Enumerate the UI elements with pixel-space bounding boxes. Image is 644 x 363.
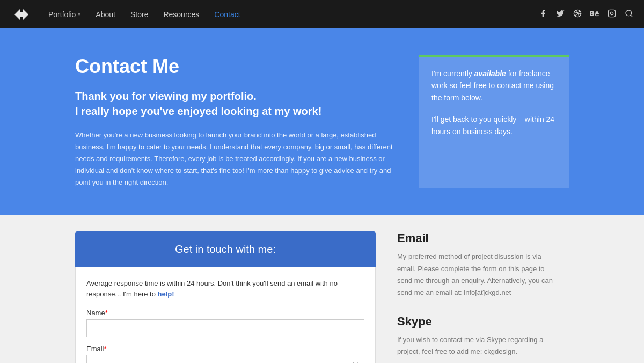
contact-sidebar: Email My preferred method of project dis… <box>397 231 558 363</box>
email-field-group: Email* ✉ <box>86 345 364 363</box>
response-time-text: I'll get back to you quickly – within 24… <box>431 113 556 137</box>
svg-rect-2 <box>608 10 615 17</box>
logo[interactable] <box>11 5 32 24</box>
form-header: Get in touch with me: <box>75 231 376 267</box>
name-input[interactable] <box>86 319 364 337</box>
nav-contact[interactable]: Contact <box>214 10 240 19</box>
svg-point-4 <box>626 10 632 16</box>
email-section: Email My preferred method of project dis… <box>397 231 558 298</box>
available-bold: available <box>474 69 506 78</box>
form-notice: Average response time is within 24 hours… <box>86 278 364 299</box>
page-title: Contact Me <box>75 55 397 78</box>
email-input-wrapper: ✉ <box>86 355 364 363</box>
hero-subtitle: Thank you for viewing my portfolio. I re… <box>75 89 397 119</box>
name-required: * <box>105 309 108 317</box>
contact-form-section: Get in touch with me: Average response t… <box>75 231 376 363</box>
email-required: * <box>104 345 107 353</box>
notice-highlight: help! <box>158 290 174 298</box>
email-section-text: My preferred method of project disussion… <box>397 251 558 298</box>
skype-section-title: Skype <box>397 315 558 329</box>
nav-resources[interactable]: Resources <box>163 10 199 19</box>
email-label: Email* <box>86 345 364 353</box>
form-body: Average response time is within 24 hours… <box>75 267 376 363</box>
facebook-icon[interactable] <box>539 9 547 20</box>
name-field-group: Name* <box>86 309 364 337</box>
dribbble-icon[interactable] <box>573 9 582 20</box>
hero-left: Contact Me Thank you for viewing my port… <box>75 55 397 188</box>
behance-icon[interactable] <box>590 9 599 20</box>
skype-section: Skype If you wish to contact me via Skyp… <box>397 315 558 358</box>
portfolio-caret-icon: ▾ <box>78 11 80 17</box>
instagram-icon[interactable] <box>608 9 616 20</box>
nav-links: Portfolio ▾ About Store Resources Contac… <box>48 10 539 19</box>
skype-section-text: If you wish to contact me via Skype rega… <box>397 334 558 358</box>
main-content: Get in touch with me: Average response t… <box>0 215 644 363</box>
hero-body-text: Whether you're a new business looking to… <box>75 129 397 188</box>
nav-store[interactable]: Store <box>130 10 148 19</box>
hero-availability-card: I'm currently available for freelance wo… <box>419 55 569 188</box>
svg-line-5 <box>631 15 632 17</box>
nav-portfolio[interactable]: Portfolio ▾ <box>48 10 80 19</box>
name-label: Name* <box>86 309 364 317</box>
email-input[interactable] <box>86 355 364 363</box>
availability-text: I'm currently available for freelance wo… <box>431 68 556 104</box>
email-section-title: Email <box>397 231 558 245</box>
navbar: Portfolio ▾ About Store Resources Contac… <box>0 0 644 28</box>
twitter-icon[interactable] <box>556 9 565 20</box>
hero-section: Contact Me Thank you for viewing my port… <box>0 28 644 215</box>
nav-about[interactable]: About <box>96 10 115 19</box>
email-icon: ✉ <box>353 360 359 363</box>
nav-social-icons <box>539 9 633 20</box>
search-icon[interactable] <box>625 9 633 20</box>
